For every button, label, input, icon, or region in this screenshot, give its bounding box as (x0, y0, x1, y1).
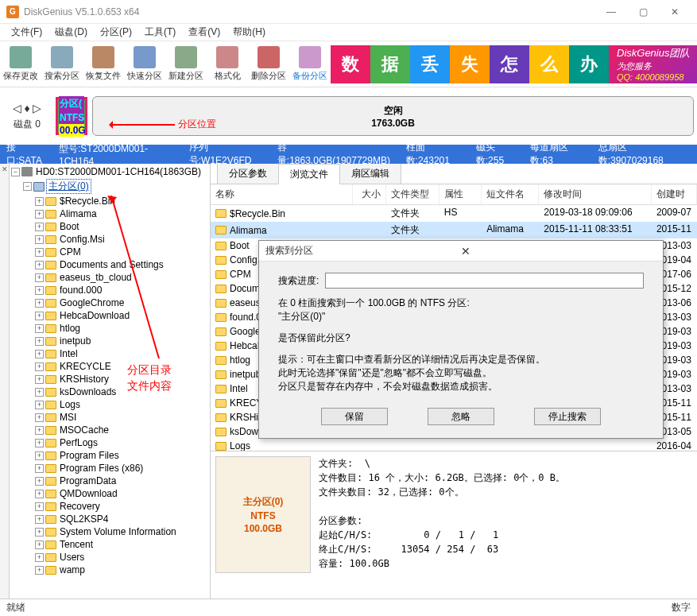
expand-icon[interactable]: − (23, 182, 32, 191)
tree-node[interactable]: +Alimama (11, 207, 208, 220)
expand-icon[interactable]: + (35, 223, 44, 231)
tree-node[interactable]: +SQL2KSP4 (11, 513, 208, 525)
toolbar-button[interactable]: 备份分区 (289, 42, 331, 87)
expand-icon[interactable]: + (35, 426, 44, 435)
tree-node[interactable]: +KRECYCLE (11, 360, 208, 373)
expand-icon[interactable]: + (35, 464, 44, 473)
expand-icon[interactable]: + (35, 337, 44, 346)
menu-item[interactable]: 文件(F) (5, 24, 48, 41)
tree-node[interactable]: +Intel (11, 347, 208, 360)
expand-icon[interactable]: + (35, 439, 44, 447)
tab[interactable]: 分区参数 (217, 164, 279, 184)
maximize-button[interactable]: ▢ (627, 1, 659, 23)
tree-node[interactable]: +Users (11, 551, 208, 564)
expand-icon[interactable]: + (35, 375, 44, 384)
expand-icon[interactable]: + (35, 515, 44, 524)
tree-node[interactable]: +HebcaDownload (11, 309, 208, 322)
file-row[interactable]: Alimama文件夹Alimama2015-11-11 08:33:512015… (211, 222, 697, 238)
toolbar-button[interactable]: 保存更改 (0, 42, 41, 87)
column-header[interactable]: 名称 (211, 184, 353, 204)
stop-search-button[interactable]: 停止搜索 (534, 408, 601, 425)
tree-node[interactable]: +CPM (11, 246, 208, 258)
menu-item[interactable]: 查看(V) (182, 24, 227, 41)
tree-node[interactable]: +PerfLogs (11, 436, 208, 449)
expand-icon[interactable]: + (35, 477, 44, 486)
tree-node[interactable]: +ProgramData (11, 475, 208, 487)
toolbar-button[interactable]: 删除分区 (248, 42, 289, 87)
expand-icon[interactable]: + (35, 566, 44, 575)
tree-node[interactable]: +QMDownload (11, 487, 208, 500)
column-header[interactable]: 大小 (353, 184, 386, 204)
expand-icon[interactable]: + (35, 210, 44, 219)
tree-node[interactable]: +easeus_tb_cloud (11, 271, 208, 284)
column-header[interactable]: 修改时间 (539, 184, 652, 204)
toolbar-button[interactable]: 快速分区 (124, 42, 165, 87)
expand-icon[interactable]: + (35, 324, 44, 333)
minimize-button[interactable]: ― (595, 1, 627, 23)
expand-icon[interactable]: + (35, 451, 44, 460)
close-button[interactable]: ✕ (659, 1, 691, 23)
column-header[interactable]: 短文件名 (482, 184, 539, 204)
expand-icon[interactable]: + (35, 261, 44, 269)
menu-item[interactable]: 磁盘(D) (48, 24, 94, 41)
expand-icon[interactable]: + (35, 502, 44, 511)
tree-node[interactable]: +Program Files (11, 449, 208, 462)
tree-node[interactable]: +Config.Msi (11, 233, 208, 246)
expand-icon[interactable]: + (35, 413, 44, 422)
column-header[interactable]: 文件类型 (386, 184, 439, 204)
expand-icon[interactable]: + (35, 528, 44, 537)
tree-node[interactable]: +KRSHistory (11, 373, 208, 385)
tree-node[interactable]: +Tencent (11, 538, 208, 551)
expand-icon[interactable]: + (35, 312, 44, 320)
keep-button[interactable]: 保留 (321, 408, 388, 425)
expand-icon[interactable]: + (35, 388, 44, 397)
expand-icon[interactable]: + (35, 553, 44, 562)
menu-item[interactable]: 分区(P) (94, 24, 138, 41)
expand-icon[interactable]: + (35, 401, 44, 409)
menu-item[interactable]: 帮助(H) (227, 24, 272, 41)
expand-icon[interactable]: + (35, 540, 44, 549)
toolbar-button[interactable]: 格式化 (207, 42, 248, 87)
column-header[interactable]: 创建时 (652, 184, 697, 204)
tree-node[interactable]: +inetpub (11, 335, 208, 347)
tab[interactable]: 浏览文件 (278, 164, 340, 184)
tree-node[interactable]: +Program Files (x86) (11, 462, 208, 475)
tree-node[interactable]: +wamp (11, 564, 208, 576)
directory-tree[interactable]: −HD0:ST2000DM001-1CH164(1863GB)−主分区(0)+$… (10, 164, 210, 599)
expand-icon[interactable]: + (35, 490, 44, 498)
expand-icon[interactable]: + (35, 350, 44, 358)
column-header[interactable]: 属性 (439, 184, 482, 204)
tree-node[interactable]: +Documents and Settings (11, 258, 208, 271)
tree-node[interactable]: +Recovery (11, 500, 208, 513)
skip-button[interactable]: 忽略 (428, 408, 494, 425)
tree-node[interactable]: +$Recycle.Bin (11, 195, 208, 207)
tree-node[interactable]: +MSI (11, 411, 208, 424)
expand-icon[interactable]: + (35, 362, 44, 371)
expand-icon[interactable]: + (35, 299, 44, 308)
tree-node[interactable]: +MSOCache (11, 424, 208, 436)
toolbar-button[interactable]: 搜索分区 (41, 42, 83, 87)
expand-icon[interactable]: + (35, 248, 44, 257)
menu-item[interactable]: 工具(T) (138, 24, 182, 41)
partition-box[interactable]: 分区( NTFS 00.0G (56, 97, 87, 135)
tree-node[interactable]: +Logs (11, 398, 208, 411)
nav-arrows[interactable]: ◁ ♦ ▷ (13, 102, 42, 114)
tree-node[interactable]: +found.000 (11, 284, 208, 296)
tree-node[interactable]: +System Volume Information (11, 525, 208, 538)
tree-node[interactable]: +Boot (11, 220, 208, 233)
expand-icon[interactable]: + (35, 235, 44, 244)
tree-node[interactable]: +ksDownloads (11, 385, 208, 398)
expand-icon[interactable]: + (35, 197, 44, 206)
file-row[interactable]: $Recycle.Bin文件夹HS2019-03-18 09:09:062009… (211, 205, 697, 222)
file-row[interactable]: Logs2016-04 (211, 439, 697, 451)
tree-node[interactable]: −HD0:ST2000DM001-1CH164(1863GB) (11, 165, 208, 178)
dialog-close-icon[interactable]: ✕ (461, 245, 656, 258)
tree-node[interactable]: −主分区(0) (11, 178, 208, 195)
tab[interactable]: 扇区编辑 (339, 164, 401, 184)
file-list[interactable]: 名称大小文件类型属性短文件名修改时间创建时 $Recycle.Bin文件夹HS2… (211, 184, 697, 451)
expand-icon[interactable]: + (35, 286, 44, 295)
panel-close-icon[interactable]: ✕ (0, 164, 10, 599)
expand-icon[interactable]: + (35, 273, 44, 282)
expand-icon[interactable]: − (11, 168, 20, 176)
toolbar-button[interactable]: 恢复文件 (83, 42, 124, 87)
